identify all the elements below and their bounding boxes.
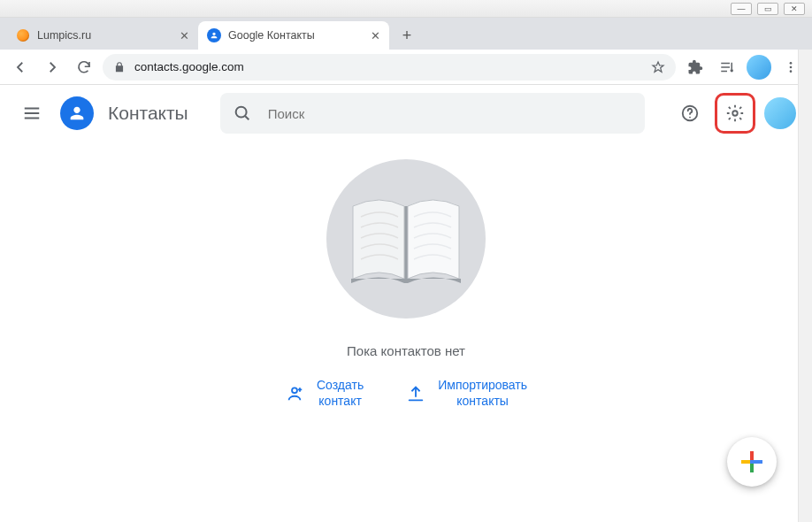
- svg-rect-11: [750, 464, 754, 472]
- browser-tab-lumpics[interactable]: Lumpics.ru ✕: [7, 21, 198, 50]
- account-button[interactable]: [762, 96, 798, 131]
- svg-rect-12: [741, 460, 750, 464]
- vertical-scrollbar[interactable]: [798, 50, 812, 522]
- window-minimize-button[interactable]: —: [731, 3, 752, 15]
- create-contact-button[interactable]: Создать контакт: [285, 378, 364, 409]
- create-contact-label: Создать контакт: [317, 378, 364, 409]
- avatar-icon: [747, 55, 771, 80]
- main-menu-button[interactable]: [14, 96, 50, 131]
- svg-point-7: [732, 111, 738, 116]
- create-fab[interactable]: [727, 437, 777, 487]
- svg-point-2: [790, 65, 793, 68]
- window-titlebar: — ▭ ✕: [0, 0, 812, 18]
- svg-point-6: [689, 117, 691, 119]
- search-icon: [233, 104, 252, 123]
- plus-icon: [739, 449, 764, 474]
- svg-point-3: [790, 70, 793, 73]
- tab-title: Lumpics.ru: [37, 29, 91, 42]
- search-input[interactable]: [266, 105, 632, 122]
- empty-state-actions: Создать контакт Импортировать контакты: [285, 378, 527, 409]
- new-tab-button[interactable]: +: [395, 23, 419, 48]
- nav-forward-button[interactable]: [39, 54, 65, 81]
- tab-title: Google Контакты: [228, 29, 315, 42]
- close-icon[interactable]: ✕: [180, 29, 189, 42]
- svg-rect-10: [754, 460, 762, 464]
- window-close-button[interactable]: ✕: [784, 3, 805, 15]
- extensions-button[interactable]: [681, 53, 709, 81]
- browser-toolbar: contacts.google.com: [0, 50, 812, 85]
- svg-point-4: [235, 107, 246, 118]
- import-contacts-label: Импортировать контакты: [438, 378, 527, 409]
- browser-tabstrip: Lumpics.ru ✕ Google Контакты ✕ +: [0, 18, 812, 50]
- address-bar[interactable]: contacts.google.com: [103, 54, 676, 81]
- product-name: Контакты: [108, 103, 188, 124]
- favicon-orange-icon: [16, 28, 30, 42]
- help-button[interactable]: [672, 96, 708, 131]
- upload-icon: [406, 384, 425, 403]
- search-box[interactable]: [220, 93, 645, 134]
- empty-state-text: Пока контактов нет: [347, 343, 465, 358]
- nav-reload-button[interactable]: [71, 54, 97, 81]
- browser-tab-google-contacts[interactable]: Google Контакты ✕: [198, 21, 389, 50]
- svg-rect-13: [750, 460, 754, 464]
- person-add-icon: [285, 384, 304, 403]
- nav-back-button[interactable]: [7, 54, 34, 81]
- svg-rect-9: [750, 451, 754, 460]
- contacts-logo-icon: [60, 96, 94, 130]
- gear-icon: [725, 104, 745, 123]
- svg-point-1: [790, 62, 793, 65]
- import-contacts-button[interactable]: Импортировать контакты: [406, 378, 527, 409]
- media-controls-button[interactable]: [713, 53, 741, 81]
- close-icon[interactable]: ✕: [371, 29, 380, 42]
- empty-book-icon: [326, 159, 486, 319]
- favicon-contacts-icon: [207, 28, 221, 42]
- window-maximize-button[interactable]: ▭: [757, 3, 778, 15]
- settings-button[interactable]: [715, 93, 755, 134]
- svg-point-8: [292, 388, 297, 393]
- address-text: contacts.google.com: [134, 60, 244, 73]
- empty-state: Пока контактов нет Создать контакт Импор…: [0, 142, 812, 409]
- app-header: Контакты: [0, 85, 812, 142]
- bookmark-star-icon[interactable]: [651, 60, 665, 74]
- avatar-icon: [764, 97, 796, 129]
- lock-icon: [113, 61, 126, 73]
- profile-button[interactable]: [745, 53, 773, 81]
- svg-point-0: [731, 69, 733, 72]
